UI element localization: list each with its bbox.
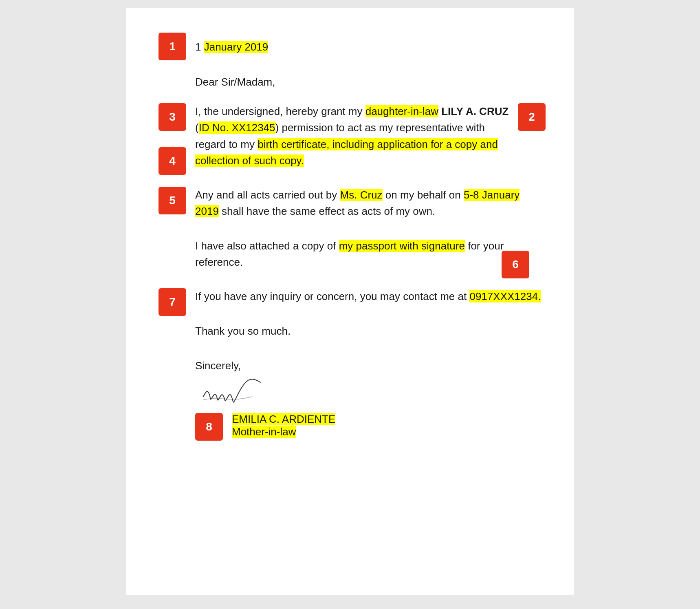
- highlight-id: ID No. XX12345: [199, 121, 275, 134]
- highlight-ms-cruz: Ms. Cruz: [340, 189, 383, 201]
- sincerely-text: Sincerely,: [195, 360, 542, 372]
- paragraph1-text: I, the undersigned, hereby grant my daug…: [158, 103, 542, 169]
- badge-2: 2: [518, 103, 546, 131]
- badge-1: 1: [158, 33, 186, 60]
- date-section: 1 1 January 2019: [158, 33, 542, 61]
- badge-4: 4: [158, 147, 186, 175]
- highlight-relationship: daughter-in-law: [365, 105, 438, 117]
- badge-3: 3: [158, 103, 186, 131]
- badge-6: 6: [502, 251, 529, 278]
- letter-page: 1 1 January 2019 Dear Sir/Madam, 3 2 4 I…: [126, 8, 574, 595]
- signer-title: Mother-in-law: [232, 426, 335, 438]
- highlight-passport: my passport with signature: [339, 240, 465, 252]
- greeting-text: Dear Sir/Madam,: [195, 76, 542, 88]
- badge-5: 5: [158, 187, 186, 214]
- date-highlight: January 2019: [204, 41, 269, 53]
- signature-section: Sincerely, 8 EMILIA C. ARDIENTE Mother-i…: [195, 360, 542, 441]
- highlight-contact: 0917XXX1234.: [469, 290, 541, 302]
- signer-name-text: EMILIA C. ARDIENTE: [232, 413, 335, 425]
- representative-name: LILY A. CRUZ: [441, 105, 508, 117]
- paragraph1-section: 3 2 4 I, the undersigned, hereby grant m…: [158, 103, 542, 169]
- signer-section: 8 EMILIA C. ARDIENTE Mother-in-law: [195, 413, 542, 441]
- signer-name: EMILIA C. ARDIENTE: [232, 413, 335, 426]
- badge-7: 7: [158, 288, 186, 316]
- paragraph2-section: 5 Any and all acts carried out by Ms. Cr…: [158, 187, 542, 220]
- signer-info: EMILIA C. ARDIENTE Mother-in-law: [232, 413, 335, 438]
- signature-image: [195, 372, 285, 409]
- highlight-purpose: birth certificate, including application…: [195, 138, 498, 167]
- date-text: 1 January 2019: [195, 41, 268, 53]
- paragraph2-text: Any and all acts carried out by Ms. Cruz…: [158, 187, 542, 220]
- badge-8: 8: [195, 413, 223, 441]
- paragraph3-text: I have also attached a copy of my passpo…: [158, 238, 542, 271]
- paragraph3-section: 6 I have also attached a copy of my pass…: [158, 238, 542, 271]
- paragraph4-section: 7 If you have any inquiry or concern, yo…: [158, 288, 542, 304]
- closing-text: Thank you so much.: [158, 323, 542, 339]
- signer-title-text: Mother-in-law: [232, 426, 296, 438]
- paragraph4-text: If you have any inquiry or concern, you …: [158, 288, 542, 304]
